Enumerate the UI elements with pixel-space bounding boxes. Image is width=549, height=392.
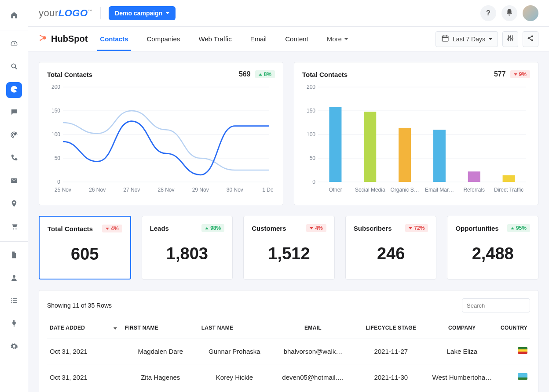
user-icon — [10, 274, 18, 283]
nav-chat[interactable] — [6, 105, 22, 121]
nav-settings[interactable] — [6, 339, 22, 355]
svg-text:200: 200 — [51, 84, 60, 90]
tab-contacts[interactable]: Contacts — [100, 27, 128, 51]
column-header[interactable]: LAST NAME — [199, 318, 271, 338]
svg-text:0: 0 — [312, 179, 315, 185]
topbar: yourLOGO™ Demo campaign ? — [28, 0, 549, 26]
trend-up-icon — [511, 227, 514, 229]
cell-country — [498, 338, 530, 364]
cell-country — [498, 390, 530, 392]
flag-icon — [518, 373, 527, 380]
nav-analytics[interactable] — [6, 82, 22, 98]
tab-webtraffic[interactable]: Web Traffic — [198, 27, 231, 51]
tab-content[interactable]: Content — [285, 27, 308, 51]
delta-badge: 98% — [201, 224, 224, 232]
settings-button[interactable] — [502, 31, 518, 47]
nav-plugin[interactable] — [6, 316, 22, 332]
column-header[interactable]: EMAIL — [270, 318, 356, 338]
contacts-table: DATE ADDEDFIRST NAMELAST NAMEEMAILLIFECY… — [47, 318, 530, 392]
delta-badge: 4% — [102, 225, 122, 232]
column-header[interactable]: DATE ADDED — [47, 318, 122, 338]
help-button[interactable]: ? — [480, 5, 496, 21]
stat-label: Customers — [252, 225, 286, 232]
nav-cart[interactable] — [6, 219, 22, 235]
stat-label: Leads — [150, 225, 169, 232]
nav-search[interactable] — [6, 59, 22, 75]
card-value: 577 — [494, 70, 506, 78]
stat-value: 246 — [354, 244, 428, 263]
notifications-button[interactable] — [501, 5, 517, 21]
cell-date: Oct 31, 2021 — [47, 364, 122, 390]
nav-user[interactable] — [6, 271, 22, 287]
column-header[interactable]: COUNTRY — [498, 318, 530, 338]
cell-date: Oct 31, 2021 — [47, 390, 122, 392]
date-range-dropdown[interactable]: Last 7 Days — [436, 31, 498, 47]
stat-card[interactable]: Customers 4% 1,512 — [243, 216, 335, 279]
svg-text:Direct Traffic: Direct Traffic — [494, 187, 523, 193]
campaign-dropdown[interactable]: Demo campaign — [109, 6, 176, 20]
search-input[interactable] — [462, 298, 530, 312]
tab-more[interactable]: More — [327, 27, 348, 51]
cell-company: West Humbertoha… — [426, 364, 498, 390]
table-row[interactable]: Oct 31, 2021 Magdalen Dare Gunnar Prohas… — [47, 338, 530, 364]
trend-up-icon — [205, 227, 209, 229]
svg-text:26 Nov: 26 Nov — [89, 187, 106, 193]
gear-icon — [10, 342, 18, 352]
nav-phone[interactable] — [6, 151, 22, 167]
stat-card[interactable]: Total Contacts 4% 605 — [39, 216, 131, 279]
column-header[interactable]: COMPANY — [426, 318, 498, 338]
cell-country — [498, 364, 530, 390]
nav-file[interactable] — [6, 248, 22, 264]
svg-text:Other: Other — [329, 187, 342, 193]
share-icon — [527, 34, 534, 44]
nav-email[interactable] — [6, 174, 22, 189]
help-icon: ? — [486, 9, 490, 17]
stat-card[interactable]: Subscribers 72% 246 — [345, 216, 437, 279]
svg-point-0 — [11, 64, 15, 68]
delta-badge: 9% — [510, 70, 530, 78]
envelope-icon — [10, 177, 18, 186]
nav-home[interactable] — [6, 8, 22, 24]
chevron-down-icon — [489, 38, 492, 40]
svg-text:150: 150 — [51, 108, 60, 114]
nav-tasks[interactable] — [6, 294, 22, 309]
svg-point-4 — [13, 275, 15, 278]
svg-point-9 — [508, 39, 509, 40]
stat-card[interactable]: Opportunities 95% 2,488 — [447, 216, 538, 279]
nav-location[interactable] — [6, 196, 22, 212]
trend-down-icon — [409, 227, 412, 229]
delta-badge: 72% — [405, 224, 428, 232]
cell-company: East Boyd — [426, 390, 498, 392]
stat-value: 1,803 — [150, 244, 225, 263]
search-icon — [10, 62, 18, 72]
nav-dashboard[interactable] — [6, 36, 22, 52]
stat-label: Total Contacts — [48, 225, 93, 232]
stat-card[interactable]: Leads 98% 1,803 — [142, 216, 233, 279]
plug-icon — [10, 319, 18, 329]
column-header[interactable]: FIRST NAME — [122, 318, 199, 338]
stat-cards-row: Total Contacts 4% 605Leads 98% 1,803Cust… — [39, 216, 538, 279]
svg-text:100: 100 — [307, 131, 315, 138]
cell-first-name: Trevion Stiedemann — [122, 390, 199, 392]
stat-label: Subscribers — [354, 225, 392, 232]
nav-target[interactable] — [6, 128, 22, 144]
tab-email[interactable]: Email — [250, 27, 267, 51]
table-row[interactable]: Oct 31, 2021 Trevion Stiedemann Lavon Sc… — [47, 390, 530, 392]
card-title: Total Contacts — [302, 71, 348, 78]
svg-text:Email Mar…: Email Mar… — [425, 187, 454, 193]
cart-icon — [10, 222, 18, 232]
column-header[interactable]: LIFECYCLE STAGE — [356, 318, 426, 338]
svg-rect-48 — [433, 130, 446, 182]
share-button[interactable] — [523, 31, 538, 47]
svg-rect-42 — [329, 107, 341, 182]
table-row[interactable]: Oct 31, 2021 Zita Hagenes Korey Hickle d… — [47, 364, 530, 390]
svg-text:50: 50 — [55, 155, 61, 161]
svg-text:150: 150 — [307, 108, 315, 114]
calendar-icon — [441, 34, 449, 44]
content: Total Contacts 569 8% 05010015020025 Nov… — [28, 51, 549, 392]
logo[interactable]: yourLOGO™ — [39, 7, 92, 19]
user-avatar[interactable] — [523, 5, 538, 21]
tab-companies[interactable]: Companies — [147, 27, 180, 51]
target-icon — [10, 131, 18, 141]
trend-down-icon — [106, 228, 109, 230]
